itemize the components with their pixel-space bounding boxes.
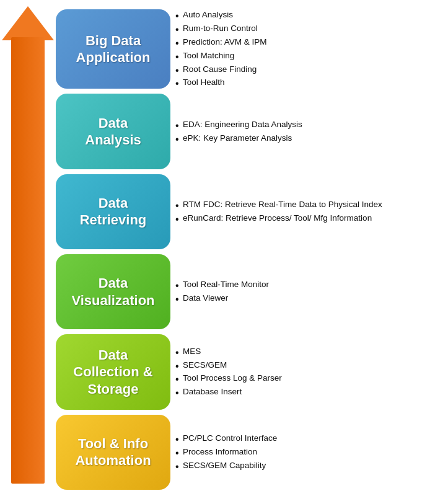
- arrow-shaft-icon: [11, 37, 45, 484]
- bullet-item-big-data-1: Rum-to-Run Control: [178, 23, 442, 35]
- label-box-data-analysis: DataAnalysis: [56, 94, 170, 169]
- bullet-item-big-data-0: Auto Analysis: [178, 9, 442, 21]
- bullet-item-tool-info-1: Process Information: [178, 446, 442, 458]
- label-box-data-collection: DataCollection &Storage: [56, 334, 170, 409]
- bullet-item-data-analysis-1: ePK: Key Parameter Analysis: [178, 133, 442, 144]
- label-box-data-visualization: DataVisualization: [56, 254, 170, 329]
- bullet-list-data-visualization: Tool Real-Time MonitorData Viewer: [178, 279, 442, 304]
- bullet-item-big-data-3: Tool Matching: [178, 50, 442, 62]
- bullet-item-data-collection-0: MES: [178, 346, 442, 358]
- bullet-item-tool-info-0: PC/PLC Control Interface: [178, 433, 442, 445]
- arrow-column: [0, 0, 56, 496]
- bullet-item-tool-info-2: SECS/GEM Capability: [178, 460, 442, 472]
- bullet-item-data-analysis-0: EDA: Engineering Data Analysis: [178, 119, 442, 131]
- bullet-list-tool-info: PC/PLC Control InterfaceProcess Informat…: [178, 433, 442, 472]
- main-container: Big DataApplicationAuto AnalysisRum-to-R…: [0, 0, 448, 496]
- row-data-analysis: DataAnalysisEDA: Engineering Data Analys…: [56, 94, 442, 169]
- content-column: Big DataApplicationAuto AnalysisRum-to-R…: [56, 0, 448, 496]
- bullet-item-big-data-5: Tool Health: [178, 77, 442, 89]
- label-box-tool-info: Tool & InfoAutomation: [56, 415, 170, 490]
- row-tool-info: Tool & InfoAutomationPC/PLC Control Inte…: [56, 415, 442, 490]
- bullet-item-data-visualization-0: Tool Real-Time Monitor: [178, 279, 442, 291]
- arrow-head-icon: [2, 6, 54, 40]
- bullet-item-data-visualization-1: Data Viewer: [178, 293, 442, 304]
- bullet-item-data-retrieving-1: eRunCard: Retrieve Process/ Tool/ Mfg In…: [178, 213, 442, 224]
- bullet-item-data-retrieving-0: RTM FDC: Retrieve Real-Time Data to Phys…: [178, 199, 442, 211]
- row-data-retrieving: DataRetrievingRTM FDC: Retrieve Real-Tim…: [56, 174, 442, 249]
- bullet-list-data-retrieving: RTM FDC: Retrieve Real-Time Data to Phys…: [178, 199, 442, 224]
- row-data-collection: DataCollection &StorageMESSECS/GEMTool P…: [56, 334, 442, 409]
- label-box-big-data: Big DataApplication: [56, 9, 170, 89]
- label-box-data-retrieving: DataRetrieving: [56, 174, 170, 249]
- bullet-list-big-data: Auto AnalysisRum-to-Run ControlPredictio…: [178, 9, 442, 89]
- bullet-item-big-data-4: Root Cause Finding: [178, 64, 442, 76]
- row-big-data: Big DataApplicationAuto AnalysisRum-to-R…: [56, 9, 442, 89]
- row-data-visualization: DataVisualizationTool Real-Time MonitorD…: [56, 254, 442, 329]
- bullet-list-data-collection: MESSECS/GEMTool Process Log & ParserData…: [178, 346, 442, 399]
- bullet-item-data-collection-3: Database Insert: [178, 386, 442, 398]
- bullet-list-data-analysis: EDA: Engineering Data AnalysisePK: Key P…: [178, 119, 442, 144]
- bullet-item-big-data-2: Prediction: AVM & IPM: [178, 37, 442, 48]
- bullet-item-data-collection-2: Tool Process Log & Parser: [178, 373, 442, 384]
- bullet-item-data-collection-1: SECS/GEM: [178, 360, 442, 371]
